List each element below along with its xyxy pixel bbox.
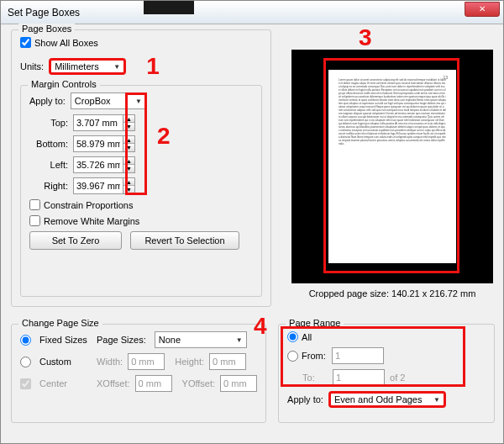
red-box-4a	[281, 326, 465, 387]
height-input	[209, 353, 246, 370]
constrain-row: Constrain Proportions	[29, 199, 253, 210]
center-row: Center XOffset: YOffset:	[20, 375, 257, 392]
chevron-down-icon: ▼	[113, 63, 120, 71]
page-sizes-select[interactable]: None ▼	[155, 331, 247, 348]
page-boxes-group: Page Boxes Show All Boxes Units: Millime…	[11, 29, 271, 307]
titlebar: Set Page Boxes ✕	[1, 1, 503, 24]
margin-controls-label: Margin Controls	[28, 79, 100, 89]
right-input[interactable]	[73, 177, 123, 194]
fixed-label: Fixed Sizes	[39, 335, 92, 345]
center-label: Center	[39, 378, 92, 388]
show-all-checkbox[interactable]	[20, 37, 31, 48]
page-boxes-label: Page Boxes	[18, 24, 75, 34]
center-checkbox	[20, 378, 31, 389]
dialog-body: Page Boxes Show All Boxes Units: Millime…	[1, 24, 503, 436]
close-button[interactable]: ✕	[465, 2, 500, 17]
top-label: Top:	[29, 118, 68, 128]
change-page-size-label: Change Page Size	[18, 318, 102, 328]
units-select[interactable]: Millimeters ▼	[49, 58, 126, 75]
range-apply-row: Apply to: Even and Odd Pages ▼	[287, 391, 486, 408]
bottom-input[interactable]	[73, 135, 123, 152]
xoff-input	[135, 375, 172, 392]
yoff-input	[220, 375, 257, 392]
preview-caption: Cropped page size: 140.21 x 216.72 mm	[291, 288, 493, 299]
remove-white-row: Remove White Margins	[29, 215, 253, 226]
custom-label: Custom	[39, 357, 92, 367]
annotation-4: 4	[254, 313, 267, 340]
page-sizes-value: None	[159, 335, 181, 345]
margins-wrapper: Top: ▲▼ Bottom: ▲▼ Lef	[29, 114, 253, 194]
preview-panel: 3 13 Lorem ipsum dolor sit amet consecte…	[291, 50, 493, 299]
bottom-label: Bottom:	[29, 139, 68, 149]
show-all-row: Show All Boxes	[20, 37, 262, 48]
left-input[interactable]	[73, 156, 123, 173]
custom-radio[interactable]	[20, 357, 31, 367]
revert-button[interactable]: Revert To Selection	[130, 231, 239, 250]
titlebar-shadow	[144, 1, 194, 14]
range-apply-select[interactable]: Even and Odd Pages ▼	[328, 391, 446, 408]
custom-row: Custom Width: Height:	[20, 353, 257, 370]
chevron-down-icon: ▼	[433, 396, 440, 404]
fixed-sizes-radio[interactable]	[20, 335, 31, 346]
lower-area: Change Page Size Fixed Sizes Page Sizes:…	[11, 324, 495, 431]
left-label: Left:	[29, 160, 68, 170]
top-input[interactable]	[73, 114, 123, 131]
change-page-size-group: Change Page Size Fixed Sizes Page Sizes:…	[11, 324, 266, 423]
fixed-row: Fixed Sizes Page Sizes: None ▼	[20, 331, 257, 348]
units-value: Millimeters	[55, 61, 99, 71]
xoff-label: XOffset:	[97, 378, 130, 388]
set-to-zero-button[interactable]: Set To Zero	[29, 231, 122, 250]
chevron-down-icon: ▼	[236, 336, 243, 344]
constrain-label: Constrain Proportions	[44, 200, 133, 210]
apply-to-label: Apply to:	[29, 96, 66, 106]
window-title: Set Page Boxes	[4, 7, 465, 18]
remove-white-label: Remove White Margins	[44, 216, 139, 226]
margin-controls-group: Margin Controls Apply to: CropBox ▼ Top:…	[20, 85, 262, 297]
units-row: Units: Millimeters ▼ 1	[20, 53, 262, 80]
remove-white-checkbox[interactable]	[29, 215, 40, 226]
red-box-3	[323, 58, 459, 273]
right-label: Right:	[29, 181, 68, 191]
page-range-group: Page Range 4 All From: To: of 2	[278, 324, 495, 423]
width-label: Width:	[97, 357, 123, 367]
annotation-1: 1	[146, 53, 160, 80]
annotation-2: 2	[157, 123, 171, 150]
window: Set Page Boxes ✕ Page Boxes Show All Box…	[0, 0, 504, 444]
annotation-3: 3	[359, 24, 372, 51]
margin-buttons-row: Set To Zero Revert To Selection	[29, 231, 253, 250]
red-box-2	[125, 92, 147, 195]
range-apply-label: Apply to:	[287, 394, 323, 404]
preview-area: 13 Lorem ipsum dolor sit amet consectetu…	[291, 50, 493, 283]
height-label: Height:	[175, 357, 204, 367]
page-sizes-label: Page Sizes:	[97, 335, 146, 345]
yoff-label: YOffset:	[182, 378, 216, 388]
apply-to-value: CropBox	[75, 96, 111, 106]
constrain-checkbox[interactable]	[29, 199, 40, 210]
show-all-label: Show All Boxes	[34, 38, 98, 48]
range-apply-value: Even and Odd Pages	[334, 394, 423, 404]
units-label: Units:	[20, 61, 44, 71]
width-input	[128, 353, 165, 370]
